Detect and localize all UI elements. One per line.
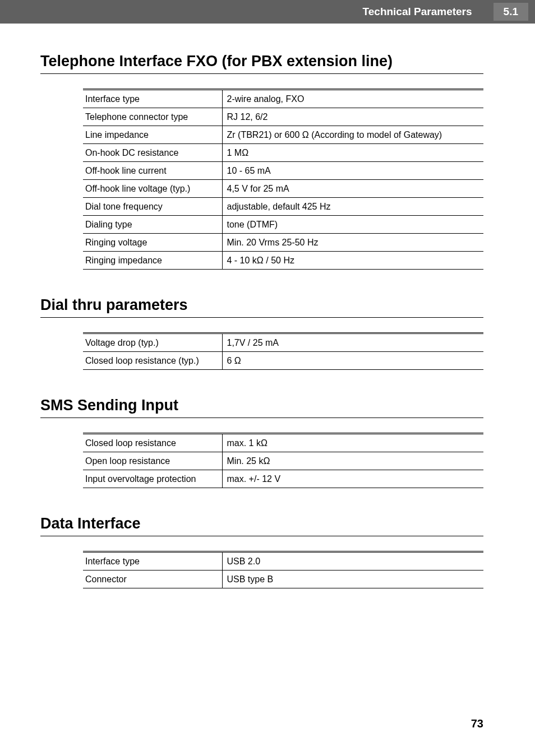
spec-value: Min. 20 Vrms 25-50 Hz [222, 234, 483, 252]
table-row: ConnectorUSB type B [83, 571, 483, 588]
spec-table: Closed loop resistancemax. 1 kΩ Open loo… [83, 433, 483, 488]
spec-label: On-hook DC resistance [83, 144, 222, 162]
table-row: Off-hook line current10 - 65 mA [83, 162, 483, 180]
spec-value: RJ 12, 6/2 [222, 108, 483, 126]
spec-label: Ringing impedance [83, 252, 222, 270]
spec-value: USB 2.0 [222, 552, 483, 571]
spec-label: Dial tone frequency [83, 198, 222, 216]
spec-value: Zr (TBR21) or 600 Ω (According to model … [222, 126, 483, 144]
spec-value: 2-wire analog, FXO [222, 90, 483, 108]
spec-value: 4,5 V for 25 mA [222, 180, 483, 198]
spec-value: tone (DTMF) [222, 216, 483, 234]
spec-value: max. +/- 12 V [222, 470, 483, 488]
table-row: Dial tone frequencyadjustable, default 4… [83, 198, 483, 216]
spec-value: Min. 25 kΩ [222, 452, 483, 470]
spec-label: Interface type [83, 552, 222, 571]
table-row: Ringing impedance4 - 10 kΩ / 50 Hz [83, 252, 483, 270]
spec-label: Voltage drop (typ.) [83, 333, 222, 352]
spec-value: USB type B [222, 571, 483, 588]
page-number: 73 [471, 717, 483, 730]
header-title: Technical Parameters [363, 6, 472, 18]
header-section-number: 5.1 [494, 3, 528, 21]
table-row: Interface type2-wire analog, FXO [83, 90, 483, 108]
spec-value: max. 1 kΩ [222, 434, 483, 452]
section-heading: Telephone Interface FXO (for PBX extensi… [40, 53, 483, 74]
spec-label: Interface type [83, 90, 222, 108]
table-row: On-hook DC resistance1 MΩ [83, 144, 483, 162]
section-heading: SMS Sending Input [40, 397, 483, 418]
spec-value: 1 MΩ [222, 144, 483, 162]
table-row: Dialing typetone (DTMF) [83, 216, 483, 234]
spec-value: 6 Ω [222, 352, 483, 370]
spec-label: Telephone connector type [83, 108, 222, 126]
spec-value: 4 - 10 kΩ / 50 Hz [222, 252, 483, 270]
section-heading: Data Interface [40, 515, 483, 536]
spec-label: Line impedance [83, 126, 222, 144]
spec-label: Closed loop resistance [83, 434, 222, 452]
table-row: Closed loop resistance (typ.)6 Ω [83, 352, 483, 370]
spec-label: Ringing voltage [83, 234, 222, 252]
table-row: Interface typeUSB 2.0 [83, 552, 483, 571]
spec-table: Interface typeUSB 2.0 ConnectorUSB type … [83, 551, 483, 588]
spec-value: adjustable, default 425 Hz [222, 198, 483, 216]
spec-label: Input overvoltage protection [83, 470, 222, 488]
table-row: Input overvoltage protectionmax. +/- 12 … [83, 470, 483, 488]
table-row: Closed loop resistancemax. 1 kΩ [83, 434, 483, 452]
page-content: Telephone Interface FXO (for PBX extensi… [0, 53, 535, 588]
table-row: Open loop resistanceMin. 25 kΩ [83, 452, 483, 470]
section-heading: Dial thru parameters [40, 296, 483, 318]
table-row: Telephone connector typeRJ 12, 6/2 [83, 108, 483, 126]
spec-label: Off-hook line voltage (typ.) [83, 180, 222, 198]
table-row: Ringing voltageMin. 20 Vrms 25-50 Hz [83, 234, 483, 252]
spec-label: Open loop resistance [83, 452, 222, 470]
spec-value: 10 - 65 mA [222, 162, 483, 180]
spec-value: 1,7V / 25 mA [222, 333, 483, 352]
spec-table: Voltage drop (typ.)1,7V / 25 mA Closed l… [83, 332, 483, 370]
spec-label: Dialing type [83, 216, 222, 234]
table-row: Voltage drop (typ.)1,7V / 25 mA [83, 333, 483, 352]
spec-table: Interface type2-wire analog, FXO Telepho… [83, 89, 483, 270]
table-row: Off-hook line voltage (typ.)4,5 V for 25… [83, 180, 483, 198]
header-bar: Technical Parameters 5.1 [0, 0, 535, 24]
spec-label: Closed loop resistance (typ.) [83, 352, 222, 370]
table-row: Line impedanceZr (TBR21) or 600 Ω (Accor… [83, 126, 483, 144]
spec-label: Off-hook line current [83, 162, 222, 180]
spec-label: Connector [83, 571, 222, 588]
